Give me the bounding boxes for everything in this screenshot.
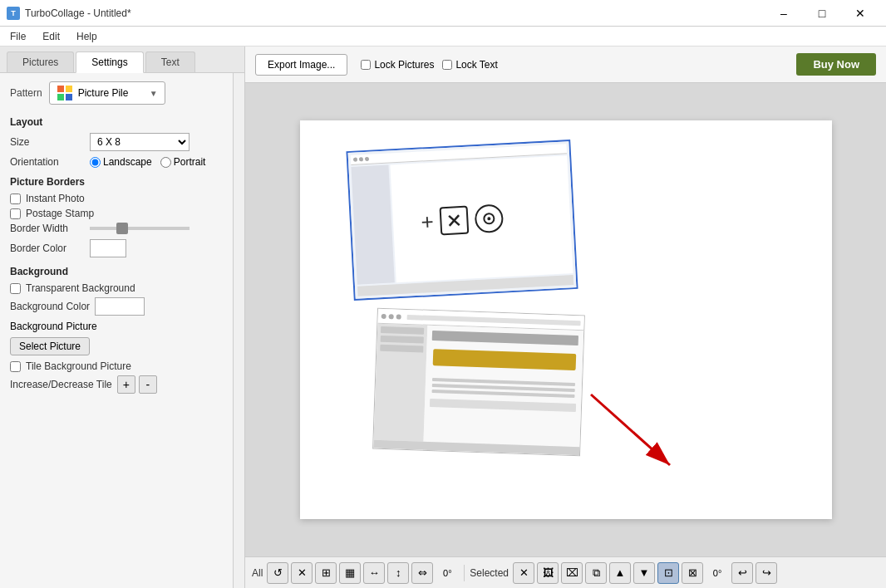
delete-selected-btn[interactable]: ✕ (513, 562, 534, 584)
menu-help[interactable]: Help (70, 29, 104, 44)
background-color-swatch[interactable] (95, 297, 145, 316)
menu-edit[interactable]: Edit (36, 29, 66, 44)
size-select[interactable]: 6 X 8 4 X 6 5 X 7 (90, 133, 190, 151)
lock-text-checkbox[interactable] (442, 60, 452, 70)
all-label: All (252, 567, 263, 579)
buy-now-button[interactable]: Buy Now (796, 53, 876, 76)
border-width-label: Border Width (10, 223, 85, 234)
rotate-reset-btn[interactable]: ↺ (267, 562, 288, 584)
crop-selected-btn[interactable]: ⌧ (561, 562, 583, 584)
pattern-row: Pattern Picture Pile ▼ (10, 81, 234, 105)
main-container: Pictures Settings Text Pattern Picture P… (0, 47, 886, 588)
highlighted-btn[interactable]: ⊡ (657, 562, 679, 584)
canvas-area[interactable]: + (245, 83, 886, 556)
border-width-row: Border Width (10, 223, 234, 234)
title-bar: T TurboCollage - Untitled* – □ ✕ (0, 0, 886, 27)
tile-controls: + - (117, 375, 157, 394)
flip-btn[interactable]: ⇔ (411, 562, 433, 584)
lock-pictures-checkbox[interactable] (361, 60, 371, 70)
canvas[interactable]: + (300, 120, 832, 519)
portrait-radio-label[interactable]: Portrait (160, 156, 206, 168)
decrease-tile-button[interactable]: - (139, 375, 157, 394)
increase-decrease-label: Increase/Decrease Tile (10, 379, 112, 390)
border-width-slider[interactable] (90, 227, 190, 230)
svg-rect-0 (57, 86, 64, 92)
landscape-radio-label[interactable]: Landscape (90, 156, 152, 168)
size-label: Size (10, 136, 85, 148)
minimize-button[interactable]: – (765, 0, 803, 27)
picture-frame-2[interactable] (372, 308, 585, 457)
tile-background-label: Tile Background Picture (26, 360, 131, 372)
ss-highlight (432, 349, 576, 370)
tile-background-checkbox[interactable] (10, 361, 21, 372)
grid-2-btn[interactable]: ▦ (339, 562, 361, 584)
screenshot-sim (373, 309, 584, 456)
increase-decrease-row: Increase/Decrease Tile + - (10, 375, 234, 394)
maximize-button[interactable]: □ (803, 0, 841, 27)
delete-frame-btn[interactable]: ✕ (291, 562, 313, 584)
circle-icon (474, 203, 504, 233)
duplicate-selected-btn[interactable]: ⧉ (585, 562, 607, 584)
undo-btn[interactable]: ↩ (731, 562, 753, 584)
tab-settings[interactable]: Settings (76, 51, 143, 73)
send-back-btn[interactable]: ▼ (633, 562, 655, 584)
picture-frame-1[interactable]: + (346, 140, 578, 301)
x-in-box-icon (439, 206, 469, 236)
layout-header: Layout (10, 116, 234, 128)
close-button[interactable]: ✕ (841, 0, 879, 27)
ss-text-lines (428, 374, 578, 402)
svg-rect-2 (57, 94, 64, 100)
picture-borders-header: Picture Borders (10, 176, 234, 188)
ss-sidebar (373, 324, 427, 442)
f1-dot1 (352, 157, 357, 161)
border-color-row: Border Color (10, 239, 234, 257)
circle-icon-svg (481, 211, 497, 227)
select-picture-button[interactable]: Select Picture (10, 337, 90, 355)
frame1-sidebar (351, 165, 394, 285)
portrait-radio[interactable] (160, 157, 171, 168)
tab-text[interactable]: Text (145, 51, 195, 72)
ss-sb1 (380, 326, 423, 335)
resize-v-btn[interactable]: ↕ (387, 562, 409, 584)
image-selected-btn[interactable]: 🖼 (537, 562, 559, 584)
export-image-button[interactable]: Export Image... (255, 54, 347, 76)
another-btn[interactable]: ⊠ (682, 562, 703, 584)
right-panel: Export Image... Lock Pictures Lock Text … (245, 47, 886, 588)
window-controls: – □ ✕ (765, 0, 879, 27)
instant-photo-checkbox[interactable] (10, 194, 21, 204)
svg-point-7 (487, 217, 490, 220)
tile-background-row: Tile Background Picture (10, 360, 234, 372)
grid-4-btn[interactable]: ⊞ (315, 562, 337, 584)
pattern-dropdown[interactable]: Picture Pile ▼ (49, 81, 165, 105)
orientation-row: Orientation Landscape Portrait (10, 156, 234, 168)
increase-tile-button[interactable]: + (117, 375, 135, 394)
frame-overlay-icons: + (420, 203, 504, 236)
top-toolbar: Export Image... Lock Pictures Lock Text … (245, 47, 886, 83)
f1-dot3 (364, 157, 368, 161)
menu-file[interactable]: File (3, 29, 32, 44)
lock-pictures-item: Lock Pictures (361, 59, 434, 71)
transparent-background-checkbox[interactable] (10, 283, 21, 294)
resize-h-btn[interactable]: ↔ (363, 562, 385, 584)
background-header: Background (10, 266, 234, 277)
scroll-bar[interactable] (233, 73, 244, 588)
svg-line-9 (591, 394, 670, 465)
redo-btn[interactable]: ↪ (756, 562, 777, 584)
settings-content: Pattern Picture Pile ▼ Layout Size (0, 73, 244, 588)
border-color-swatch[interactable] (90, 239, 126, 257)
pattern-value: Picture Pile (78, 87, 145, 99)
postage-stamp-label: Postage Stamp (26, 208, 94, 219)
tab-pictures[interactable]: Pictures (7, 51, 74, 72)
postage-stamp-checkbox[interactable] (10, 208, 21, 219)
landscape-radio[interactable] (90, 157, 101, 168)
ss-dot3 (396, 314, 401, 319)
lock-text-item: Lock Text (442, 59, 497, 71)
landscape-label: Landscape (103, 156, 152, 168)
size-row: Size 6 X 8 4 X 6 5 X 7 (10, 133, 234, 151)
frame1-content: + (347, 141, 576, 299)
pattern-dropdown-arrow: ▼ (150, 89, 158, 98)
lock-text-label: Lock Text (455, 59, 497, 71)
instant-photo-label: Instant Photo (26, 193, 85, 204)
bring-front-btn[interactable]: ▲ (609, 562, 631, 584)
background-picture-row: Background Picture Select Picture (10, 321, 234, 355)
